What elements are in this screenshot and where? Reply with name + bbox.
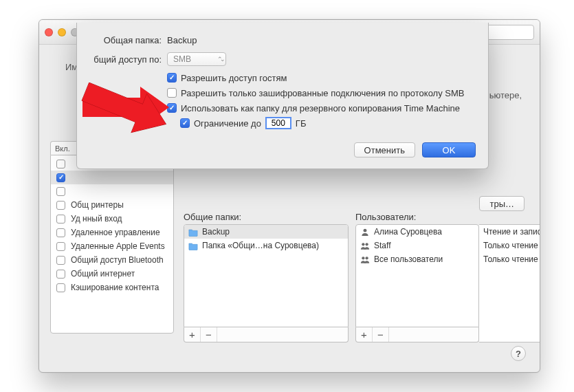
permission-label: Чтение и запись bbox=[483, 227, 540, 237]
service-label: Кэширование контента bbox=[71, 283, 159, 292]
user-label: Все пользователи bbox=[374, 254, 443, 264]
service-checkbox[interactable] bbox=[56, 215, 65, 224]
limit-value-input[interactable] bbox=[265, 117, 291, 129]
service-row[interactable]: Общий интернет bbox=[51, 267, 173, 281]
users-toolbar: + − bbox=[355, 327, 479, 342]
svg-point-15 bbox=[366, 257, 368, 259]
add-folder-button[interactable]: + bbox=[184, 327, 201, 342]
share-protocol-popup[interactable]: SMB bbox=[167, 52, 226, 66]
service-checkbox[interactable] bbox=[56, 201, 65, 210]
permissions-list[interactable]: Чтение и запись▴▾Только чтение▴▾Только ч… bbox=[479, 224, 540, 342]
timemachine-row[interactable]: Использовать как папку для резервного ко… bbox=[167, 101, 476, 115]
shared-folder-label: Backup bbox=[202, 227, 230, 237]
shared-folders-label: Общие папки: bbox=[184, 212, 241, 222]
services-panel: Вкл. Общ ринтерыУд нный входУдаленное уп… bbox=[50, 141, 174, 334]
service-checkbox[interactable] bbox=[56, 270, 65, 279]
shared-folders-list[interactable]: BackupПапка «Общи…на Суровцева) bbox=[184, 224, 349, 327]
folder-icon bbox=[188, 228, 198, 237]
shared-folder-label: Папка «Общи…на Суровцева) bbox=[202, 241, 319, 250]
share-protocol-label: бщий доступ по: bbox=[89, 54, 162, 65]
help-button[interactable]: ? bbox=[511, 346, 526, 361]
service-row[interactable]: Уд нный вход bbox=[51, 212, 173, 226]
limit-prefix: Ограничение до bbox=[194, 118, 261, 129]
add-user-button[interactable]: + bbox=[356, 327, 373, 342]
minimize-window-icon[interactable] bbox=[58, 28, 66, 36]
user-label: Staff bbox=[374, 241, 390, 250]
service-row[interactable] bbox=[51, 171, 173, 184]
service-label: Уд нный вход bbox=[71, 214, 122, 224]
user-row[interactable]: Алина Суровцева bbox=[356, 225, 478, 239]
svg-point-11 bbox=[364, 228, 367, 232]
users-label: Пользователи: bbox=[355, 212, 416, 222]
service-label: Удаленное управление bbox=[71, 228, 160, 237]
shared-folder-row[interactable]: Папка «Общи…на Суровцева) bbox=[184, 239, 348, 252]
service-checkbox[interactable] bbox=[56, 160, 65, 168]
service-checkbox[interactable] bbox=[56, 228, 65, 237]
service-row[interactable]: Кэширование контента bbox=[51, 281, 173, 294]
service-label: Общий доступ Bluetooth bbox=[71, 255, 164, 265]
service-checkbox[interactable] bbox=[56, 256, 65, 265]
shared-folders-toolbar: + − bbox=[184, 327, 349, 342]
user-row[interactable]: Staff bbox=[356, 239, 478, 252]
services-list[interactable]: Общ ринтерыУд нный входУдаленное управле… bbox=[50, 155, 174, 334]
svg-point-13 bbox=[366, 243, 368, 246]
service-row[interactable]: Общий доступ Bluetooth bbox=[51, 253, 173, 267]
permission-row[interactable]: Только чтение▴▾ bbox=[479, 239, 540, 252]
shared-folder-row[interactable]: Backup bbox=[184, 225, 348, 239]
folder-name-label: Общая папка: bbox=[89, 35, 162, 45]
encrypted-smb-row[interactable]: Разрешить только зашифрованные подключен… bbox=[167, 86, 476, 100]
encrypted-smb-checkbox[interactable] bbox=[167, 88, 177, 98]
person-icon bbox=[360, 228, 370, 237]
permission-row[interactable]: Чтение и запись▴▾ bbox=[479, 225, 540, 239]
folder-icon bbox=[188, 241, 198, 250]
service-row[interactable] bbox=[51, 184, 173, 198]
limit-checkbox[interactable] bbox=[180, 118, 190, 128]
service-label: Общ ринтеры bbox=[71, 200, 124, 210]
folder-name-value: Backup bbox=[167, 35, 197, 45]
timemachine-checkbox[interactable] bbox=[167, 103, 177, 113]
service-checkbox[interactable] bbox=[56, 242, 65, 251]
service-checkbox[interactable] bbox=[56, 173, 65, 182]
allow-guests-row[interactable]: Разрешить доступ гостям bbox=[167, 71, 476, 85]
remove-folder-button[interactable]: − bbox=[201, 327, 217, 342]
ok-button[interactable]: OK bbox=[422, 142, 476, 157]
persons-icon bbox=[360, 255, 370, 264]
service-row[interactable]: Общ ринтеры bbox=[51, 198, 173, 212]
allow-guests-checkbox[interactable] bbox=[167, 73, 177, 83]
service-checkbox[interactable] bbox=[56, 283, 65, 292]
limit-row[interactable]: Ограничение до ГБ bbox=[180, 116, 476, 130]
persons-icon bbox=[360, 241, 370, 250]
permission-label: Только чтение bbox=[483, 254, 538, 264]
window-controls bbox=[45, 28, 79, 36]
remove-user-button[interactable]: − bbox=[373, 327, 389, 342]
cancel-button[interactable]: Отменить bbox=[354, 142, 415, 157]
allow-guests-label: Разрешить доступ гостям bbox=[181, 73, 287, 83]
service-label: Общий интернет bbox=[71, 269, 135, 279]
permission-label: Только чтение bbox=[483, 241, 538, 250]
timemachine-label: Использовать как папку для резервного ко… bbox=[181, 103, 460, 113]
close-window-icon[interactable] bbox=[45, 28, 53, 36]
limit-unit: ГБ bbox=[296, 118, 307, 129]
users-list[interactable]: Алина СуровцеваStaffВсе пользователи bbox=[355, 224, 479, 327]
permission-row[interactable]: Только чтение▴▾ bbox=[479, 252, 540, 266]
service-row[interactable]: Удаленные Apple Events bbox=[51, 239, 173, 253]
user-row[interactable]: Все пользователи bbox=[356, 252, 478, 266]
svg-point-12 bbox=[362, 243, 364, 246]
user-label: Алина Суровцева bbox=[374, 227, 442, 237]
service-checkbox[interactable] bbox=[56, 187, 65, 196]
description-tail: пьютере, bbox=[485, 90, 522, 100]
service-label: Удаленные Apple Events bbox=[71, 241, 165, 251]
service-row[interactable]: Удаленное управление bbox=[51, 226, 173, 239]
folder-options-sheet: Общая папка: Backup бщий доступ по: SMB … bbox=[76, 23, 489, 169]
svg-point-14 bbox=[362, 257, 364, 259]
encrypted-smb-label: Разрешить только зашифрованные подключен… bbox=[181, 88, 464, 98]
